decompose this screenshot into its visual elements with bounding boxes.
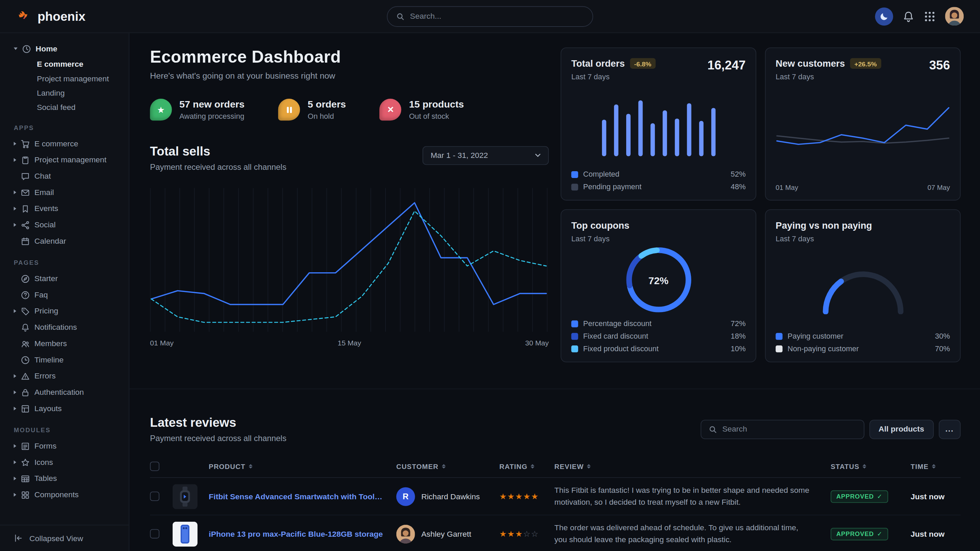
select-all-checkbox[interactable] (150, 462, 160, 471)
bookmark-icon (21, 204, 30, 213)
sidebar-item-e-commerce[interactable]: E commerce (0, 135, 129, 152)
sidebar-item-layouts[interactable]: Layouts (0, 400, 129, 417)
more-options-button[interactable]: ... (939, 420, 961, 439)
column-header-status[interactable]: STATUS (830, 462, 910, 470)
sidebar-item-label: Starter (34, 274, 58, 283)
sidebar-item-label: Members (34, 339, 67, 348)
collapsed-view-toggle[interactable]: Collapsed View (0, 525, 129, 551)
sidebar-subitem-e-commerce[interactable]: E commerce (0, 57, 129, 71)
sidebar-item-email[interactable]: Email (0, 184, 129, 200)
bell-icon (21, 322, 30, 332)
stat-text: 5 ordersOn hold (308, 99, 346, 121)
main-content: Ecommerce Dashboard Here's what's going … (129, 33, 980, 551)
status-cell: APPROVED✓ (830, 527, 910, 540)
all-products-button[interactable]: All products (869, 420, 934, 439)
column-label: TIME (910, 462, 929, 470)
card-title: Top coupons (571, 220, 630, 230)
legend-item: Pending payment48% (571, 183, 746, 191)
sidebar-item-tables[interactable]: Tables (0, 470, 129, 487)
sidebar-item-components[interactable]: Components (0, 487, 129, 503)
sidebar-item-authentication[interactable]: Authentication (0, 384, 129, 400)
legend-swatch (776, 332, 783, 339)
card-period: Last 7 days (776, 234, 872, 243)
sidebar-item-label: Timeline (34, 355, 64, 364)
sidebar-item-faq[interactable]: Faq (0, 287, 129, 303)
sidebar-subitem-project-management[interactable]: Project management (0, 71, 129, 86)
reviews-search[interactable] (700, 420, 864, 439)
new-customers-value: 356 (929, 58, 950, 73)
customer-name: Ashley Garrett (421, 530, 471, 538)
sidebar-item-events[interactable]: Events (0, 200, 129, 217)
star-icon (21, 458, 30, 467)
column-header-rating[interactable]: RATING (500, 462, 555, 470)
sidebar-item-forms[interactable]: Forms (0, 438, 129, 454)
sidebar-item-errors[interactable]: Errors (0, 368, 129, 384)
question-icon (21, 290, 30, 300)
legend-item: Non-paying customer70% (776, 344, 950, 353)
chevron-down-icon (535, 154, 541, 157)
collapsed-view-label: Collapsed View (29, 534, 83, 543)
sidebar-section-label: APPS (0, 114, 129, 135)
product-link[interactable]: iPhone 13 pro max-Pacific Blue-128GB sto… (209, 530, 396, 538)
theme-toggle-button[interactable] (875, 7, 893, 25)
stat-value: 15 products (409, 99, 464, 110)
column-header-time[interactable]: TIME (910, 462, 961, 470)
reviews-table-body: Fitbit Sense Advanced Smartwatch with To… (150, 478, 961, 551)
total-sells-x-axis: 01 May 15 May 30 May (150, 339, 549, 347)
sidebar-subitem-landing[interactable]: Landing (0, 86, 129, 100)
sidebar-item-home[interactable]: Home (0, 41, 129, 57)
sidebar-section-label: MODULES (0, 416, 129, 438)
status-cell: APPROVED✓ (830, 490, 910, 503)
global-search-input[interactable] (410, 12, 584, 21)
legend-item: Fixed card discount18% (571, 332, 746, 341)
product-link[interactable]: Fitbit Sense Advanced Smartwatch with To… (209, 492, 396, 501)
sidebar-item-timeline[interactable]: Timeline (0, 352, 129, 368)
brand[interactable]: phoenix (18, 9, 85, 24)
chat-icon (21, 171, 30, 181)
row-checkbox[interactable] (150, 492, 160, 501)
sidebar-subitem-social-feed[interactable]: Social feed (0, 100, 129, 114)
sidebar-item-project-management[interactable]: Project management (0, 152, 129, 168)
status-label: APPROVED (836, 493, 874, 500)
reviews-search-input[interactable] (722, 425, 856, 433)
legend-value: 70% (935, 344, 950, 353)
paying-legend: Paying customer30%Non-paying customer70% (776, 332, 950, 353)
sidebar-item-starter[interactable]: Starter (0, 271, 129, 287)
sidebar-item-label: Layouts (34, 404, 62, 413)
orders-legend: Completed52%Pending payment48% (571, 170, 746, 191)
caret-icon (14, 310, 16, 313)
error-icon (21, 371, 30, 381)
legend-value: 18% (731, 332, 746, 341)
reviews-subtitle: Payment received across all channels (150, 433, 287, 443)
rating-stars: ★★★★★ (500, 492, 555, 501)
bell-icon (902, 10, 914, 22)
column-header-review[interactable]: REVIEW (554, 462, 830, 470)
column-header-product[interactable]: PRODUCT (209, 462, 396, 470)
sidebar-item-social[interactable]: Social (0, 217, 129, 233)
lock-icon (21, 387, 30, 397)
sidebar-item-chat[interactable]: Chat (0, 168, 129, 184)
sidebar-item-notifications[interactable]: Notifications (0, 319, 129, 335)
sidebar-item-icons[interactable]: Icons (0, 454, 129, 470)
reviews-table: PRODUCTCUSTOMERRATINGREVIEWSTATUSTIME Fi… (150, 459, 961, 551)
row-checkbox[interactable] (150, 529, 160, 539)
caret-icon (14, 391, 16, 394)
column-header-customer[interactable]: CUSTOMER (396, 462, 500, 470)
caret-icon (14, 493, 16, 497)
pause-blob-icon (278, 99, 300, 121)
notifications-button[interactable] (902, 10, 914, 22)
check-icon: ✓ (877, 493, 882, 500)
sidebar-item-pricing[interactable]: Pricing (0, 303, 129, 319)
user-avatar[interactable] (945, 7, 964, 25)
new-customers-x-axis: 01 May 07 May (776, 184, 950, 191)
components-icon (21, 490, 30, 500)
date-range-select[interactable]: Mar 1 - 31, 2022 (423, 146, 549, 165)
global-search[interactable] (387, 6, 593, 27)
sidebar-item-calendar[interactable]: Calendar (0, 233, 129, 249)
product-thumbnail (173, 484, 197, 509)
sidebar-item-members[interactable]: Members (0, 335, 129, 352)
card-title: New customers (776, 58, 845, 69)
apps-grid-button[interactable] (924, 10, 936, 22)
paying-card: Paying vs non paying Last 7 days Paying … (765, 209, 961, 362)
sidebar-item-label: Forms (34, 442, 57, 451)
